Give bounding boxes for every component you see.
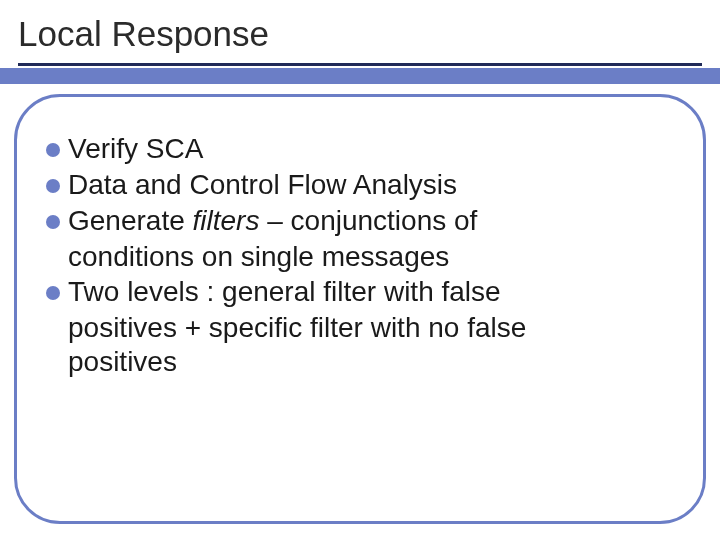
title-underline — [18, 63, 702, 66]
title-box: Local Response — [0, 0, 720, 68]
bullet-text: Generate filters – conjunctions of — [68, 204, 477, 238]
bullet-italic: filters — [193, 205, 260, 236]
bullet-prefix: Generate — [68, 205, 193, 236]
bullet-icon — [46, 215, 60, 229]
bullet-list: Verify SCA Data and Control Flow Analysi… — [46, 132, 676, 379]
bullet-item: Data and Control Flow Analysis — [46, 168, 676, 202]
bullet-text: Verify SCA — [68, 132, 203, 166]
bullet-item: Verify SCA — [46, 132, 676, 166]
bullet-item: Two levels : general filter with false — [46, 275, 676, 309]
bullet-text: Two levels : general filter with false — [68, 275, 501, 309]
bullet-text: Data and Control Flow Analysis — [68, 168, 457, 202]
bullet-icon — [46, 143, 60, 157]
bullet-continuation: positives — [68, 345, 676, 379]
bullet-item: Generate filters – conjunctions of — [46, 204, 676, 238]
bullet-suffix: – conjunctions of — [259, 205, 477, 236]
bullet-icon — [46, 286, 60, 300]
bullet-icon — [46, 179, 60, 193]
bullet-continuation: positives + specific filter with no fals… — [68, 311, 676, 345]
bullet-continuation: conditions on single messages — [68, 240, 676, 274]
slide-title: Local Response — [18, 14, 269, 54]
